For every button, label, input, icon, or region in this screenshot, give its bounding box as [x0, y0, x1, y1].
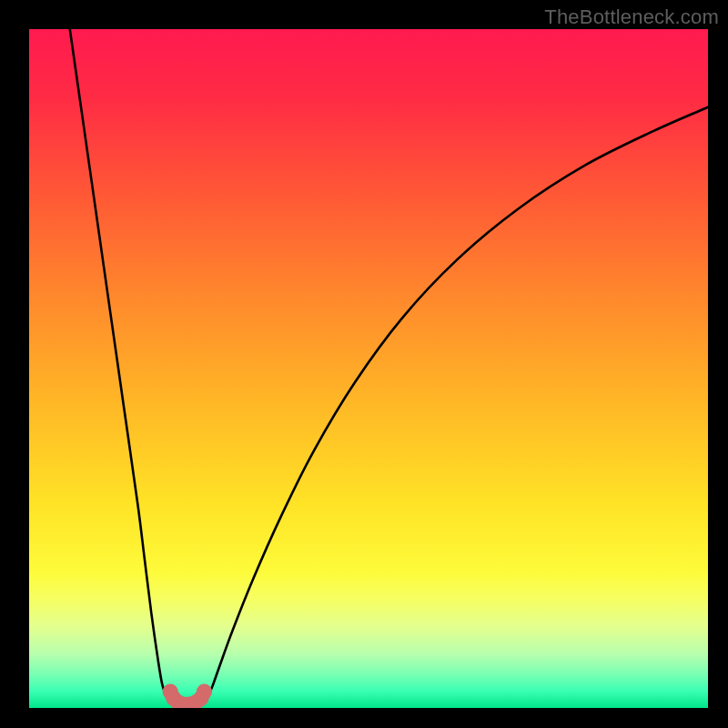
bottleneck-zone-marker [197, 684, 212, 700]
chart-frame: TheBottleneck.com [0, 0, 728, 728]
watermark-text: TheBottleneck.com [544, 5, 719, 29]
plot-background [29, 29, 708, 708]
bottleneck-plot [29, 29, 708, 708]
